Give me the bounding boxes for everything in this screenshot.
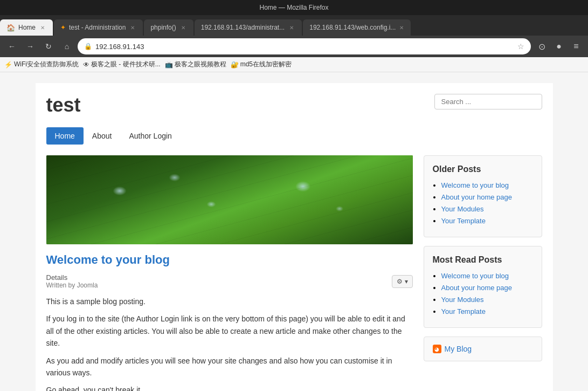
home-icon: 🏠 bbox=[6, 24, 15, 32]
most-read-posts-widget: Most Read Posts Welcome to your blog Abo… bbox=[424, 246, 542, 328]
post-paragraph-4: Go ahead, you can't break it. bbox=[46, 384, 413, 391]
post-meta: Details Written by Joomla ⚙ ▾ bbox=[46, 273, 413, 289]
rss-icon: ◕ bbox=[433, 345, 441, 353]
older-posts-widget: Older Posts Welcome to your blog About y… bbox=[424, 155, 542, 237]
pocket-button[interactable]: ⊙ bbox=[534, 39, 549, 54]
menu-button[interactable]: ≡ bbox=[569, 39, 584, 54]
gear-icon: ⚙ bbox=[397, 278, 403, 285]
written-by: Written by Joomla bbox=[46, 282, 98, 289]
star-icon[interactable]: ☆ bbox=[517, 42, 524, 51]
bookmark-eye2[interactable]: 📺 极客之眼视频教程 bbox=[165, 60, 226, 69]
sidebar: Older Posts Welcome to your blog About y… bbox=[424, 155, 542, 391]
most-read-posts-list: Welcome to your blog About your home pag… bbox=[433, 271, 533, 315]
list-item: Welcome to your blog bbox=[441, 271, 533, 280]
search-input[interactable] bbox=[434, 94, 542, 109]
post-paragraph-1: This is a sample blog posting. bbox=[46, 296, 413, 307]
address-bar[interactable]: 🔒 192.168.91.143 ☆ bbox=[78, 38, 531, 54]
bookmark-eye1[interactable]: 👁 极客之眼 - 硬件技术研... bbox=[83, 60, 161, 69]
main-content: Welcome to your blog Details Written by … bbox=[46, 155, 413, 391]
page-content: test Home About Author Login Welcome to bbox=[0, 72, 588, 391]
list-item: About your home page bbox=[441, 193, 533, 201]
tab-home-label: Home bbox=[18, 24, 36, 31]
older-post-link-4[interactable]: Your Template bbox=[441, 217, 486, 225]
eye1-bookmark-label: 极客之眼 - 硬件技术研... bbox=[91, 60, 161, 69]
tab-close-home[interactable]: ✕ bbox=[39, 24, 46, 31]
back-button[interactable]: ← bbox=[4, 39, 19, 54]
site-title: test bbox=[46, 94, 81, 116]
address-text: 192.168.91.143 bbox=[95, 43, 514, 51]
account-button[interactable]: ● bbox=[551, 39, 566, 54]
most-read-link-3[interactable]: Your Modules bbox=[441, 296, 484, 304]
home-button[interactable]: ⌂ bbox=[59, 39, 74, 54]
list-item: Your Modules bbox=[441, 204, 533, 213]
older-posts-title: Older Posts bbox=[433, 164, 533, 174]
tab-close-admin2[interactable]: ✕ bbox=[288, 24, 295, 31]
eye1-bookmark-icon: 👁 bbox=[83, 61, 89, 68]
list-item: About your home page bbox=[441, 283, 533, 292]
post-title[interactable]: Welcome to your blog bbox=[46, 253, 413, 267]
post-body: This is a sample blog posting. If you lo… bbox=[46, 296, 413, 391]
webconfig-tab-label: 192.168.91.143/web.config.i... bbox=[309, 24, 396, 31]
older-post-link-2[interactable]: About your home page bbox=[441, 193, 513, 201]
md5-bookmark-icon: 🔐 bbox=[231, 61, 239, 68]
security-icon: 🔒 bbox=[84, 43, 92, 50]
main-layout: Welcome to your blog Details Written by … bbox=[46, 155, 542, 391]
site-wrapper: test Home About Author Login Welcome to bbox=[36, 83, 553, 391]
rss-feed-link[interactable]: ◕ My Blog bbox=[433, 345, 533, 353]
list-item: Welcome to your blog bbox=[441, 181, 533, 189]
most-read-link-2[interactable]: About your home page bbox=[441, 284, 513, 292]
tab-close-phpinfo[interactable]: ✕ bbox=[179, 24, 187, 31]
forward-button[interactable]: → bbox=[23, 39, 38, 54]
bookmarks-bar: ⚡ WiFi安全侦查防御系统 👁 极客之眼 - 硬件技术研... 📺 极客之眼视… bbox=[0, 57, 588, 72]
details-label: Details bbox=[46, 273, 98, 282]
most-read-posts-title: Most Read Posts bbox=[433, 255, 533, 265]
rss-label: My Blog bbox=[445, 345, 472, 353]
site-header: test bbox=[46, 94, 542, 116]
list-item: Your Template bbox=[441, 216, 533, 225]
settings-btn-label: ▾ bbox=[405, 278, 408, 285]
post-paragraph-2: If you log in to the site (the Author Lo… bbox=[46, 313, 413, 349]
nav-home[interactable]: Home bbox=[46, 127, 84, 145]
title-bar: Home — Mozilla Firefox bbox=[0, 0, 588, 15]
tab-close-webconfig[interactable]: ✕ bbox=[399, 24, 404, 31]
older-post-link-3[interactable]: Your Modules bbox=[441, 205, 484, 213]
tab-phpinfo[interactable]: phpinfo() ✕ bbox=[144, 19, 193, 36]
nav-right-buttons: ⊙ ● ≡ bbox=[534, 39, 584, 54]
most-read-link-1[interactable]: Welcome to your blog bbox=[441, 272, 509, 280]
hero-image bbox=[46, 155, 413, 244]
wifi-bookmark-icon: ⚡ bbox=[4, 61, 12, 68]
joomla-tab-icon: ✦ bbox=[60, 24, 66, 31]
nav-author-login[interactable]: Author Login bbox=[120, 127, 180, 145]
older-posts-list: Welcome to your blog About your home pag… bbox=[433, 181, 533, 225]
window-title: Home — Mozilla Firefox bbox=[259, 4, 328, 11]
tab-bar: 🏠 Home ✕ ✦ test - Administration ✕ phpin… bbox=[0, 15, 588, 36]
older-post-link-1[interactable]: Welcome to your blog bbox=[441, 181, 509, 189]
most-read-link-4[interactable]: Your Template bbox=[441, 307, 486, 315]
nav-about[interactable]: About bbox=[84, 127, 121, 145]
refresh-button[interactable]: ↻ bbox=[41, 39, 56, 54]
tab-admin2[interactable]: 192.168.91.143/administrat... ✕ bbox=[195, 19, 302, 36]
tab-close-admin[interactable]: ✕ bbox=[129, 24, 136, 31]
tab-admin-label: test - Administration bbox=[69, 24, 126, 31]
settings-button[interactable]: ⚙ ▾ bbox=[392, 275, 413, 288]
nav-bar: ← → ↻ ⌂ 🔒 192.168.91.143 ☆ ⊙ ● ≡ bbox=[0, 36, 588, 57]
search-container bbox=[434, 94, 542, 109]
eye2-bookmark-icon: 📺 bbox=[165, 61, 173, 68]
bookmark-wifi[interactable]: ⚡ WiFi安全侦查防御系统 bbox=[4, 60, 79, 69]
tab-admin[interactable]: ✦ test - Administration ✕ bbox=[54, 19, 143, 36]
admin2-tab-label: 192.168.91.143/administrat... bbox=[201, 24, 285, 31]
rss-widget: ◕ My Blog bbox=[424, 337, 542, 361]
tab-webconfig[interactable]: 192.168.91.143/web.config.i... ✕ bbox=[303, 19, 411, 36]
list-item: Your Template bbox=[441, 307, 533, 315]
eye2-bookmark-label: 极客之眼视频教程 bbox=[175, 60, 226, 69]
md5-bookmark-label: md5在线加密解密 bbox=[240, 60, 292, 69]
post-paragraph-3: As you add and modify articles you will … bbox=[46, 355, 413, 379]
tab-home[interactable]: 🏠 Home ✕ bbox=[0, 19, 53, 36]
bookmark-md5[interactable]: 🔐 md5在线加密解密 bbox=[231, 60, 292, 69]
list-item: Your Modules bbox=[441, 295, 533, 304]
phpinfo-tab-label: phpinfo() bbox=[150, 24, 176, 31]
site-navigation: Home About Author Login bbox=[46, 127, 542, 145]
wifi-bookmark-label: WiFi安全侦查防御系统 bbox=[14, 60, 79, 69]
browser-window: Home — Mozilla Firefox 🏠 Home ✕ ✦ test -… bbox=[0, 0, 588, 391]
post-details: Details Written by Joomla bbox=[46, 273, 98, 289]
